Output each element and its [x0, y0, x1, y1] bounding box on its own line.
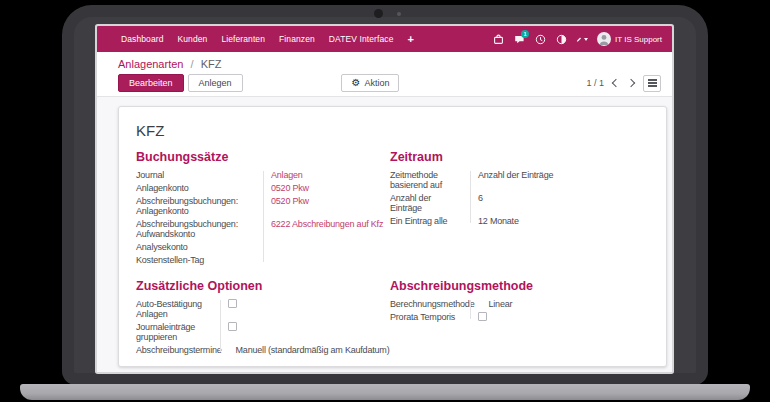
field-list: Auto-Bestätigung Anlagen Journaleinträge…	[136, 299, 390, 355]
breadcrumb-current: KFZ	[201, 58, 222, 70]
group-heading: Abschreibungsmethode	[390, 279, 656, 293]
field-value-link[interactable]: 0520 Pkw	[263, 183, 309, 193]
clock-icon[interactable]	[534, 33, 546, 45]
group-buchungssaetze: Buchungssätze Journal Anlagen Anlagenkon…	[136, 150, 390, 268]
field-row-zeitmethode: Zeitmethode basierend auf Anzahl der Ein…	[390, 170, 656, 190]
pager-next-icon[interactable]	[627, 79, 635, 87]
field-row-eintrag-alle: Ein Eintrag alle 12 Monate	[390, 216, 656, 226]
field-value-empty	[263, 242, 271, 252]
pager-previous-icon[interactable]	[612, 79, 620, 87]
group-heading: Buchungssätze	[136, 150, 390, 164]
field-groups: Buchungssätze Journal Anlagen Anlagenkon…	[136, 150, 656, 358]
user-menu[interactable]: IT IS Support	[597, 32, 662, 46]
field-label: Ein Eintrag alle	[390, 216, 470, 226]
form-sheet: KFZ Buchungssätze Journal Anlagen Anlage…	[118, 106, 667, 367]
menu-item-lieferanten[interactable]: Lieferanten	[221, 34, 265, 44]
field-label: Abschreibungsbuchungen: Anlagenkonto	[136, 196, 263, 216]
field-value-empty	[263, 255, 271, 265]
webcam-dot	[374, 9, 383, 18]
edit-button[interactable]: Bearbeiten	[118, 74, 184, 92]
avatar	[597, 32, 611, 46]
field-value: Anzahl der Einträge	[470, 170, 553, 180]
top-nav-bar: Dashboard Kunden Lieferanten Finanzen DA…	[97, 26, 672, 52]
contrast-icon[interactable]	[555, 33, 567, 45]
field-value-link[interactable]: 0520 Pkw	[263, 196, 309, 206]
field-row-journal: Journal Anlagen	[136, 170, 390, 180]
field-row-abschreibungstermine: Abschreibungstermine Manuell (standardmä…	[136, 345, 390, 355]
menu-item-datev-interface[interactable]: DATEV Interface	[329, 34, 394, 44]
field-row-abschreibung-aufwandskonto: Abschreibungsbuchungen: Aufwandskonto 62…	[136, 219, 390, 239]
laptop-screen: Dashboard Kunden Lieferanten Finanzen DA…	[97, 26, 672, 372]
field-row-analysekonto: Analysekonto	[136, 242, 390, 252]
field-value: Linear	[480, 299, 512, 309]
prorata-temporis-checkbox[interactable]	[478, 312, 487, 321]
field-label: Abschreibungstermine	[136, 345, 228, 355]
field-label: Analysekonto	[136, 242, 263, 252]
field-label: Berechnungsmethode	[390, 299, 480, 309]
auto-bestaetigung-checkbox[interactable]	[228, 299, 237, 308]
control-panel: Anlagenarten / KFZ Bearbeiten Anlegen ⚙ …	[97, 52, 672, 96]
field-row-berechnungsmethode: Berechnungsmethode Linear	[390, 299, 656, 309]
field-label: Prorata Temporis	[390, 312, 470, 322]
field-row-auto-bestaetigung: Auto-Bestätigung Anlagen	[136, 299, 390, 319]
field-row-kostenstellen-tag: Kostenstellen-Tag	[136, 255, 390, 265]
view-switcher-list-icon[interactable]	[643, 75, 661, 92]
field-label: Auto-Bestätigung Anlagen	[136, 299, 220, 319]
pager: 1 / 1	[586, 75, 661, 92]
breadcrumb: Anlagenarten / KFZ	[118, 58, 661, 71]
field-value: 6	[470, 193, 483, 203]
field-row-prorata-temporis: Prorata Temporis	[390, 312, 656, 322]
add-menu-icon[interactable]: +	[407, 33, 414, 45]
menu-item-finanzen[interactable]: Finanzen	[279, 34, 315, 44]
field-label: Journal	[136, 170, 263, 180]
user-name: IT IS Support	[615, 35, 662, 44]
group-zeitraum: Zeitraum Zeitmethode basierend auf Anzah…	[390, 150, 656, 268]
form-view-background: KFZ Buchungssätze Journal Anlagen Anlage…	[97, 96, 672, 372]
group-heading: Zeitraum	[390, 150, 656, 164]
bag-icon[interactable]	[492, 33, 504, 45]
field-label: Journaleinträge gruppieren	[136, 322, 220, 342]
field-row-journaleintraege-gruppieren: Journaleinträge gruppieren	[136, 322, 390, 342]
main-menu: Dashboard Kunden Lieferanten Finanzen DA…	[121, 33, 414, 45]
pager-count: 1 / 1	[586, 78, 604, 88]
button-row: Bearbeiten Anlegen ⚙ Aktion 1 / 1	[118, 74, 661, 92]
field-value: 12 Monate	[470, 216, 519, 226]
field-label: Abschreibungsbuchungen: Aufwandskonto	[136, 219, 263, 239]
field-list: Berechnungsmethode Linear Prorata Tempor…	[390, 299, 656, 322]
action-dropdown-button[interactable]: ⚙ Aktion	[341, 74, 399, 92]
pen-icon[interactable]	[576, 33, 588, 45]
field-label: Anlagenkonto	[136, 183, 263, 193]
laptop-base	[20, 384, 750, 400]
field-row-anzahl-eintraege: Anzahl der Einträge 6	[390, 193, 656, 213]
gear-icon: ⚙	[351, 78, 360, 88]
field-label: Anzahl der Einträge	[390, 193, 470, 213]
topbar-right-icons: 1	[492, 32, 662, 46]
field-label: Zeitmethode basierend auf	[390, 170, 470, 190]
chat-icon[interactable]: 1	[513, 33, 525, 45]
action-label: Aktion	[364, 78, 389, 88]
field-list: Journal Anlagen Anlagenkonto 0520 Pkw Ab…	[136, 170, 390, 265]
create-button[interactable]: Anlegen	[188, 74, 243, 92]
group-heading: Zusätzliche Optionen	[136, 279, 390, 293]
record-title: KFZ	[136, 122, 656, 139]
chevron-down-icon	[584, 38, 588, 41]
field-label: Kostenstellen-Tag	[136, 255, 263, 265]
field-list: Zeitmethode basierend auf Anzahl der Ein…	[390, 170, 656, 226]
group-abschreibungsmethode: Abschreibungsmethode Berechnungsmethode …	[390, 279, 656, 358]
field-row-abschreibung-anlagenkonto: Abschreibungsbuchungen: Anlagenkonto 052…	[136, 196, 390, 216]
menu-item-dashboard[interactable]: Dashboard	[121, 34, 163, 44]
breadcrumb-separator: /	[191, 58, 194, 70]
chat-unread-badge: 1	[521, 30, 529, 38]
breadcrumb-parent-link[interactable]: Anlagenarten	[118, 58, 183, 70]
group-zusaetzliche-optionen: Zusätzliche Optionen Auto-Bestätigung An…	[136, 279, 390, 358]
menu-item-kunden[interactable]: Kunden	[177, 34, 207, 44]
field-row-anlagenkonto: Anlagenkonto 0520 Pkw	[136, 183, 390, 193]
field-value-link[interactable]: 6222 Abschreibungen auf Kfz	[263, 219, 383, 229]
webcam-led-dot	[397, 12, 401, 16]
field-value-link[interactable]: Anlagen	[263, 170, 303, 180]
journaleintraege-gruppieren-checkbox[interactable]	[228, 322, 237, 331]
field-value: Manuell (standardmäßig am Kaufdatum)	[228, 345, 390, 355]
